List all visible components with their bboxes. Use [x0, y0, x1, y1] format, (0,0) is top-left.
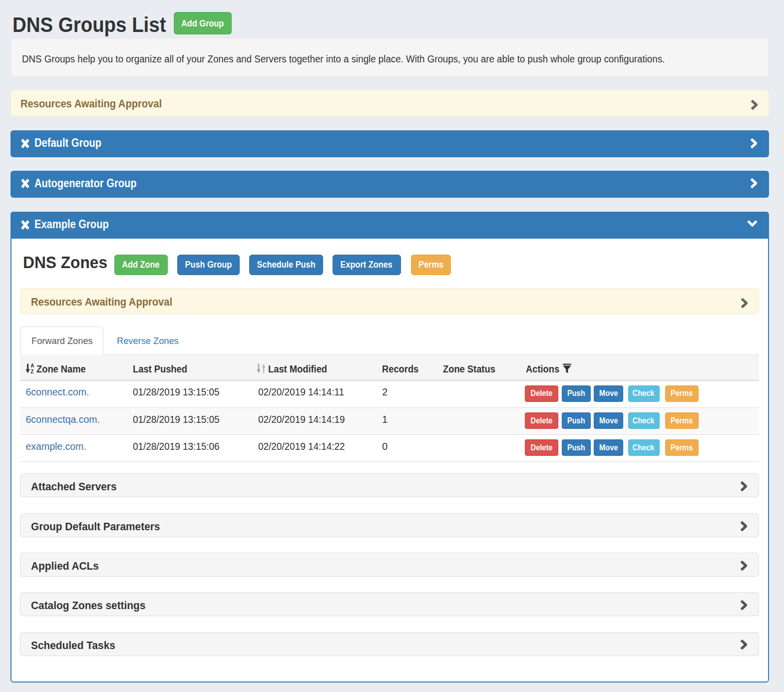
- svg-text:A: A: [30, 363, 34, 368]
- svg-text:Z: Z: [30, 369, 33, 373]
